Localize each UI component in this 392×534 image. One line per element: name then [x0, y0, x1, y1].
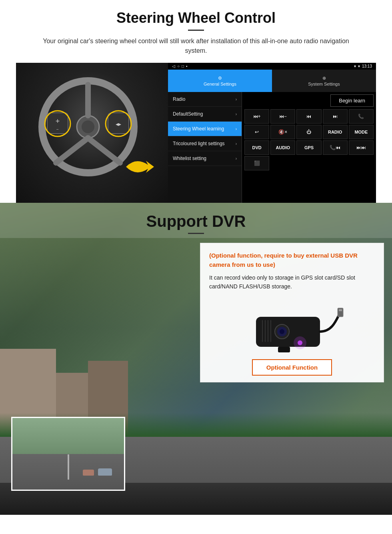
status-right-icons: ▾ ▾ 13:13	[354, 64, 372, 68]
signal-icon: ▾	[354, 64, 356, 68]
menu-default-setting[interactable]: DefaultSetting ›	[168, 107, 242, 122]
steering-title: Steering Wheel Control	[16, 10, 376, 26]
svg-point-5	[82, 120, 94, 133]
phone-btn[interactable]: 📞	[349, 109, 374, 124]
chevron-right-icon: ›	[236, 142, 237, 146]
screen-btn[interactable]: ⬛	[244, 156, 269, 170]
phone-prev-btn[interactable]: 📞⏮	[323, 140, 348, 155]
title-divider	[188, 30, 204, 31]
tab-system-label: System Settings	[308, 82, 340, 86]
menu-steering-wheel[interactable]: Steering Wheel learning ›	[168, 122, 242, 136]
steering-photo: + − ◂▸	[16, 63, 168, 203]
steering-demo: + − ◂▸ ◁ ○	[16, 63, 376, 203]
svg-text:◂▸: ◂▸	[116, 121, 121, 127]
dvr-title-area: Support DVR	[0, 203, 392, 238]
radio-btn[interactable]: RADIO	[323, 125, 348, 139]
menu-whitelist-label: Whitelist setting	[173, 156, 206, 161]
svg-text:−: −	[56, 127, 59, 132]
power-btn[interactable]: ⏻	[296, 125, 321, 139]
dvr-info-card: (Optional function, require to buy exter…	[200, 243, 384, 382]
control-buttons-grid: ⏮+ ⏮− ⏮ ⏭ 📞 ↩ 🔇× ⏻ RADIO MODE DVD AUDIO …	[244, 109, 374, 170]
svg-line-4	[88, 138, 120, 163]
mode-btn[interactable]: MODE	[349, 125, 374, 139]
tab-general-settings[interactable]: ⚙ General Settings	[168, 70, 272, 92]
next-next-btn[interactable]: ⏭⏭	[349, 140, 374, 155]
svg-rect-24	[339, 309, 342, 311]
back-btn[interactable]: ↩	[244, 125, 269, 139]
steering-photo-inner: + − ◂▸	[16, 63, 168, 203]
svg-text:+: +	[56, 117, 60, 125]
chevron-right-icon: ›	[236, 112, 237, 116]
home-icon[interactable]: ○	[177, 64, 180, 68]
steering-section: Steering Wheel Control Your original car…	[0, 0, 392, 203]
back-icon[interactable]: ◁	[172, 64, 175, 68]
wifi-icon: ▾	[358, 64, 360, 68]
settings-tabs: ⚙ General Settings ⊕ System Settings	[168, 70, 376, 92]
menu-tricoloured-label: Tricoloured light settings	[173, 141, 225, 146]
mute-btn[interactable]: 🔇×	[270, 125, 295, 139]
menu-default-label: DefaultSetting	[173, 111, 203, 117]
dvr-title-divider	[188, 233, 204, 234]
next-track-btn[interactable]: ⏭	[323, 109, 348, 124]
settings-menu: Radio › DefaultSetting › Steering Wheel …	[168, 92, 242, 203]
svg-rect-17	[270, 320, 271, 342]
steering-right-panel: Begin learn ⏮+ ⏮− ⏮ ⏭ 📞 ↩ 🔇× ⏻ RADIO MOD…	[242, 92, 376, 203]
gps-btn[interactable]: GPS	[296, 140, 321, 155]
thumbnail-road-scene	[12, 418, 124, 490]
yellow-arrow-icon	[124, 155, 156, 179]
prev-track-btn[interactable]: ⏮	[296, 109, 321, 124]
settings-content: Radio › DefaultSetting › Steering Wheel …	[168, 92, 376, 203]
tab-general-label: General Settings	[204, 82, 236, 86]
status-bar: ◁ ○ □ ▪ ▾ ▾ 13:13	[168, 63, 376, 70]
menu-radio-label: Radio	[173, 96, 185, 102]
android-screen: ◁ ○ □ ▪ ▾ ▾ 13:13 ⚙ General Settings	[168, 63, 376, 203]
cast-icon[interactable]: ▪	[186, 64, 188, 68]
menu-tricoloured[interactable]: Tricoloured light settings ›	[168, 136, 242, 151]
begin-learn-button[interactable]: Begin learn	[330, 94, 374, 107]
vol-up-btn[interactable]: ⏮+	[244, 109, 269, 124]
vol-down-btn[interactable]: ⏮−	[270, 109, 295, 124]
svg-rect-15	[265, 320, 266, 342]
optional-function-button[interactable]: Optional Function	[252, 359, 332, 376]
chevron-right-icon: ›	[236, 156, 237, 161]
chevron-right-icon: ›	[236, 97, 237, 102]
dvr-background: Support DVR (Optional function, require …	[0, 203, 392, 515]
recents-icon[interactable]: □	[182, 64, 184, 68]
system-icon: ⊕	[322, 76, 326, 81]
clock: 13:13	[362, 64, 372, 68]
svg-point-25	[294, 336, 306, 349]
nav-icons: ◁ ○ □ ▪	[172, 64, 188, 68]
menu-radio[interactable]: Radio ›	[168, 92, 242, 107]
svg-point-20	[280, 329, 284, 334]
dvr-camera-graphic	[240, 297, 344, 353]
svg-rect-22	[278, 347, 290, 352]
begin-learn-row: Begin learn	[244, 94, 374, 107]
menu-whitelist[interactable]: Whitelist setting ›	[168, 151, 242, 166]
dvd-btn[interactable]: DVD	[244, 140, 269, 155]
tab-system-settings[interactable]: ⊕ System Settings	[272, 70, 376, 92]
steering-subtitle: Your original car's steering wheel contr…	[32, 36, 360, 56]
dvr-title: Support DVR	[0, 212, 392, 230]
menu-steering-label: Steering Wheel learning	[173, 126, 224, 132]
svg-line-3	[56, 138, 88, 163]
dvr-description: It can record video only to storage in G…	[209, 273, 375, 291]
dvr-camera-svg	[240, 297, 344, 353]
chevron-right-icon: ›	[236, 127, 237, 131]
dvr-thumbnail-preview	[11, 417, 125, 491]
dvr-section: Support DVR (Optional function, require …	[0, 203, 392, 515]
dvr-optional-text: (Optional function, require to buy exter…	[209, 251, 375, 269]
svg-rect-14	[262, 320, 263, 342]
audio-btn[interactable]: AUDIO	[270, 140, 295, 155]
svg-rect-16	[268, 320, 268, 342]
gear-icon: ⚙	[218, 76, 222, 81]
